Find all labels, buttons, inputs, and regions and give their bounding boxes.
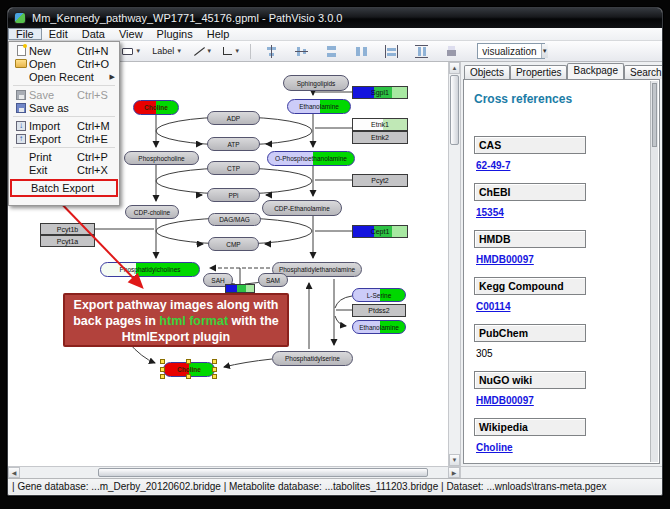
node-sam[interactable]: SAM — [258, 273, 288, 287]
submenu-arrow-icon: ▶ — [110, 73, 115, 81]
node-ptdss2[interactable]: Ptdss2 — [352, 304, 406, 317]
node-phosphatidylserine[interactable]: Phosphatidylserine — [272, 351, 353, 366]
common-width-button[interactable] — [381, 43, 402, 60]
node-sgpl1[interactable]: Sgpl1 — [352, 86, 408, 99]
selection-handle[interactable] — [186, 374, 191, 379]
node-dag-mag[interactable]: DAG/MAG — [208, 213, 261, 226]
printer-button[interactable] — [441, 43, 462, 60]
file-menu-item-open-recent[interactable]: Open Recent▶ — [10, 70, 118, 83]
menubar-item-data[interactable]: Data — [75, 28, 112, 40]
xref-section-nugo-wiki: NuGO wikiHMDB00097 — [474, 371, 649, 406]
common-height-button[interactable] — [411, 43, 432, 60]
horizontal-scroll-thumb[interactable] — [98, 468, 428, 477]
selection-handle[interactable] — [160, 374, 165, 379]
gene-product-tool-button[interactable]: ▼ — [118, 43, 145, 60]
node-ethanolamine-top[interactable]: Ethanolamine — [287, 99, 351, 114]
node-l-serine[interactable]: L-Serine — [352, 288, 406, 302]
tab-backpage[interactable]: Backpage — [567, 63, 623, 79]
canvas-vertical-scrollbar[interactable]: ▲ ▼ — [448, 62, 460, 466]
canvas-horizontal-scrollbar[interactable]: ◀ ▶ — [8, 466, 460, 478]
label-tool-text: Label — [152, 46, 174, 56]
tab-properties[interactable]: Properties — [510, 65, 568, 79]
node-cdp-ethanolamine[interactable]: CDP-Ethanolamine — [262, 200, 342, 216]
node-o-phosphoethanolamine[interactable]: O-Phosphoethanolamine — [267, 151, 355, 166]
selection-handle[interactable] — [160, 367, 165, 372]
selection-handle[interactable] — [212, 367, 217, 372]
stack-vertical-button[interactable] — [321, 43, 342, 60]
xref-section-hmdb: HMDBHMDB00097 — [474, 230, 649, 265]
file-menu-item-exit[interactable]: ExitCtrl+X — [10, 163, 118, 176]
connector-tool-button[interactable]: ▼ — [219, 43, 244, 60]
selection-handle[interactable] — [160, 359, 165, 364]
menu-separator — [13, 147, 115, 148]
scroll-down-icon[interactable]: ▼ — [449, 454, 460, 466]
node-adp[interactable]: ADP — [207, 111, 260, 125]
tab-objects[interactable]: Objects — [464, 65, 510, 79]
xref-value-cas[interactable]: 62-49-7 — [476, 160, 649, 171]
node-ctp[interactable]: CTP — [207, 161, 260, 175]
menu-item-label: Import — [29, 120, 77, 132]
chevron-down-icon[interactable]: ▼ — [206, 48, 212, 54]
node-etnk2[interactable]: Etnk2 — [352, 131, 408, 144]
scroll-up-icon[interactable]: ▲ — [449, 62, 460, 74]
selection-handle[interactable] — [212, 359, 217, 364]
chevron-down-icon[interactable]: ▼ — [541, 44, 548, 58]
visualization-combobox[interactable]: visualization ▼ — [477, 43, 545, 59]
file-menu-item-save[interactable]: SaveCtrl+S — [10, 88, 118, 101]
line-tool-button[interactable]: ▼ — [189, 43, 216, 60]
node-atp[interactable]: ATP — [207, 137, 260, 151]
node-phosphocholine[interactable]: Phosphocholine — [124, 151, 199, 165]
node-sphingolipids[interactable]: Sphingolipids — [283, 75, 349, 91]
file-menu-item-save-as[interactable]: Save as — [10, 101, 118, 114]
node-pcyt2[interactable]: Pcyt2 — [352, 174, 408, 187]
node-ppi[interactable]: PPi — [207, 188, 260, 202]
selection-handle[interactable] — [212, 374, 217, 379]
tab-search[interactable]: Search — [624, 65, 663, 79]
align-horizontal-center-button[interactable] — [261, 43, 282, 60]
xref-section-chebi: ChEBI15354 — [474, 183, 649, 218]
menu-item-label: Open Recent — [29, 71, 94, 83]
xref-value-wikipedia[interactable]: Choline — [476, 442, 649, 453]
chevron-down-icon[interactable]: ▼ — [176, 48, 182, 54]
xref-value-hmdb[interactable]: HMDB00097 — [476, 254, 649, 265]
xref-value-nugo-wiki[interactable]: HMDB00097 — [476, 395, 649, 406]
node-choline-top[interactable]: Choline — [133, 100, 179, 115]
vertical-scroll-thumb[interactable] — [450, 75, 459, 145]
stack-horizontal-button[interactable] — [351, 43, 372, 60]
toolbar-separator — [250, 44, 251, 59]
align-vertical-center-button[interactable] — [291, 43, 312, 60]
file-menu-popup: NewCtrl+NOpenCtrl+OOpen Recent▶SaveCtrl+… — [8, 41, 120, 206]
menubar-item-help[interactable]: Help — [200, 28, 237, 40]
file-menu-item-batch-export[interactable]: Batch Export — [10, 179, 118, 197]
menubar-item-edit[interactable]: Edit — [42, 28, 75, 40]
node-cept1[interactable]: Cept1 — [352, 225, 408, 238]
scroll-left-icon[interactable]: ◀ — [8, 467, 20, 478]
file-menu-item-import[interactable]: ↓ImportCtrl+M — [10, 119, 118, 132]
node-pemt[interactable] — [225, 284, 255, 293]
node-pcyt1a[interactable]: Pcyt1a — [40, 235, 95, 247]
panel-scroll-thumb[interactable] — [652, 83, 657, 147]
menu-item-label: Batch Export — [31, 182, 94, 194]
xref-value-kegg-compound[interactable]: C00114 — [476, 301, 649, 312]
label-tool-button[interactable]: Label ▼ — [148, 43, 186, 60]
file-menu-item-export[interactable]: ↑ExportCtrl+E — [10, 132, 118, 145]
xref-value-chebi[interactable]: 15354 — [476, 207, 649, 218]
selection-handle[interactable] — [186, 359, 191, 364]
node-cdp-choline[interactable]: CDP-choline — [125, 205, 179, 219]
file-menu-item-print[interactable]: PrintCtrl+P — [10, 150, 118, 163]
node-pcyt1b[interactable]: Pcyt1b — [40, 223, 95, 235]
chevron-down-icon[interactable]: ▼ — [234, 48, 240, 54]
panel-scrollbar[interactable] — [650, 81, 658, 462]
title-bar[interactable]: Mm_Kennedy_pathway_WP1771_45176.gpml - P… — [8, 8, 662, 28]
menubar-item-file[interactable]: File — [8, 28, 42, 40]
chevron-down-icon[interactable]: ▼ — [135, 48, 141, 54]
menubar-item-plugins[interactable]: Plugins — [150, 28, 200, 40]
scroll-right-icon[interactable]: ▶ — [448, 467, 460, 478]
file-menu-item-open[interactable]: OpenCtrl+O — [10, 57, 118, 70]
node-cmp[interactable]: CMP — [208, 237, 259, 251]
node-phosphatidylcholines[interactable]: Phosphatidylcholines — [100, 262, 200, 277]
node-etnk1[interactable]: Etnk1 — [352, 118, 408, 131]
node-ethanolamine-bottom[interactable]: Ethanolamine — [352, 320, 406, 334]
menubar-item-view[interactable]: View — [112, 28, 150, 40]
file-menu-item-new[interactable]: NewCtrl+N — [10, 44, 118, 57]
